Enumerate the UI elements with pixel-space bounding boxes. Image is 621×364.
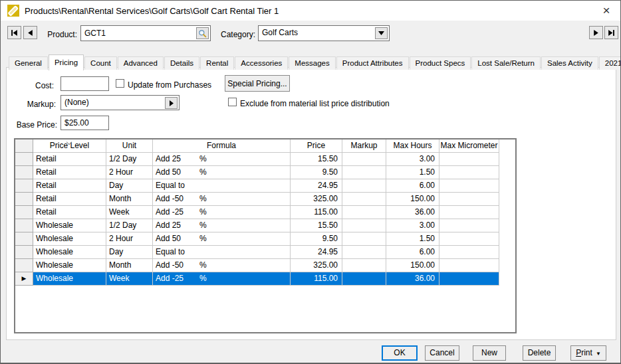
col-header-max-hours[interactable]: Max Hours bbox=[386, 139, 439, 153]
cell-max-hours[interactable]: 3.00 bbox=[386, 219, 439, 232]
cell-formula[interactable]: Equal to bbox=[153, 246, 291, 259]
tab-messages[interactable]: Messages bbox=[289, 56, 335, 70]
special-pricing-button[interactable]: Special Pricing... bbox=[225, 75, 290, 92]
cell-max-micrometer[interactable] bbox=[439, 193, 499, 206]
next-record-button[interactable] bbox=[589, 26, 603, 39]
tab-product-specs[interactable]: Product Specs bbox=[410, 56, 471, 70]
cell-price-level[interactable]: Wholesale bbox=[33, 246, 106, 259]
delete-button[interactable]: Delete bbox=[523, 345, 556, 361]
cell-price[interactable]: 15.50 bbox=[291, 153, 342, 166]
cell-markup[interactable] bbox=[342, 219, 386, 232]
table-row[interactable]: RetailWeekAdd -25%115.0036.00 bbox=[15, 206, 515, 219]
cell-unit[interactable]: Day bbox=[106, 246, 153, 259]
last-record-button[interactable] bbox=[604, 26, 618, 39]
cell-unit[interactable]: 2 Hour bbox=[106, 166, 153, 179]
cell-markup[interactable] bbox=[342, 166, 386, 179]
cell-price[interactable]: 9.50 bbox=[291, 232, 342, 246]
table-row[interactable]: RetailMonthAdd -50%325.00150.00 bbox=[15, 193, 515, 206]
row-selector[interactable] bbox=[15, 179, 33, 193]
cell-formula[interactable]: Add 50% bbox=[153, 166, 291, 179]
col-header-unit[interactable]: Unit bbox=[106, 139, 153, 153]
cell-price-level[interactable]: Wholesale bbox=[33, 219, 106, 232]
cancel-button[interactable]: Cancel bbox=[425, 345, 459, 361]
cell-unit[interactable]: 1/2 Day bbox=[106, 219, 153, 232]
cell-price[interactable]: 115.00 bbox=[291, 272, 342, 286]
cell-price[interactable]: 115.00 bbox=[291, 206, 342, 219]
table-row[interactable]: Wholesale1/2 DayAdd 25%15.503.00 bbox=[15, 219, 515, 232]
cell-price[interactable]: 325.00 bbox=[291, 259, 342, 272]
row-selector[interactable] bbox=[15, 259, 33, 272]
cell-price[interactable]: 325.00 bbox=[291, 193, 342, 206]
cell-max-micrometer[interactable] bbox=[439, 179, 499, 193]
cell-max-micrometer[interactable] bbox=[439, 166, 499, 179]
cell-unit[interactable]: Week bbox=[106, 272, 153, 286]
cell-max-micrometer[interactable] bbox=[439, 259, 499, 272]
cell-max-micrometer[interactable] bbox=[439, 153, 499, 166]
cell-max-hours[interactable]: 36.00 bbox=[386, 272, 439, 286]
cell-max-hours[interactable]: 36.00 bbox=[386, 206, 439, 219]
cell-max-hours[interactable]: 150.00 bbox=[386, 193, 439, 206]
cell-max-micrometer[interactable] bbox=[439, 272, 499, 286]
ok-button[interactable]: OK bbox=[382, 345, 418, 361]
cell-markup[interactable] bbox=[342, 206, 386, 219]
row-selector[interactable] bbox=[15, 193, 33, 206]
cell-unit[interactable]: 2 Hour bbox=[106, 232, 153, 246]
row-selector[interactable] bbox=[15, 206, 33, 219]
row-selector[interactable] bbox=[15, 232, 33, 246]
tab-2021[interactable]: 2021 bbox=[599, 56, 621, 70]
cell-formula[interactable]: Add -50% bbox=[153, 193, 291, 206]
cell-unit[interactable]: Month bbox=[106, 259, 153, 272]
tab-general[interactable]: General bbox=[9, 56, 48, 70]
cell-price[interactable]: 15.50 bbox=[291, 219, 342, 232]
first-record-button[interactable] bbox=[7, 26, 21, 39]
category-dropdown-button[interactable] bbox=[375, 27, 388, 39]
update-from-purchases-checkbox[interactable] bbox=[116, 79, 124, 88]
close-icon[interactable]: × bbox=[598, 2, 615, 19]
cell-max-micrometer[interactable] bbox=[439, 246, 499, 259]
new-button[interactable]: New bbox=[473, 345, 506, 361]
product-input[interactable] bbox=[80, 25, 211, 41]
cell-markup[interactable] bbox=[342, 246, 386, 259]
table-row[interactable]: RetailDayEqual to24.956.00 bbox=[15, 179, 515, 193]
tab-lost-sale-return[interactable]: Lost Sale/Return bbox=[471, 56, 541, 70]
cell-unit[interactable]: 1/2 Day bbox=[106, 153, 153, 166]
cell-price-level[interactable]: Retail bbox=[33, 193, 106, 206]
exclude-material-list-checkbox[interactable] bbox=[228, 98, 237, 106]
cell-unit[interactable]: Week bbox=[106, 206, 153, 219]
tab-product-attributes[interactable]: Product Attributes bbox=[336, 56, 409, 70]
tab-advanced[interactable]: Advanced bbox=[118, 56, 164, 70]
cell-unit[interactable]: Day bbox=[106, 179, 153, 193]
table-row[interactable]: Retail2 HourAdd 50%9.501.50 bbox=[15, 166, 515, 179]
cell-max-hours[interactable]: 3.00 bbox=[386, 153, 439, 166]
col-header-max-micrometer[interactable]: Max Micrometer bbox=[439, 139, 499, 153]
table-row[interactable]: WholesaleDayEqual to24.956.00 bbox=[15, 246, 515, 259]
col-header-formula[interactable]: Formula bbox=[153, 139, 291, 153]
cell-markup[interactable] bbox=[342, 193, 386, 206]
print-button[interactable]: Print▼ bbox=[570, 345, 606, 361]
row-selector[interactable]: ▶ bbox=[15, 272, 33, 286]
cell-markup[interactable] bbox=[342, 232, 386, 246]
cell-price[interactable]: 24.95 bbox=[291, 246, 342, 259]
cell-formula[interactable]: Add -50% bbox=[153, 259, 291, 272]
row-selector[interactable] bbox=[15, 153, 33, 166]
cell-max-micrometer[interactable] bbox=[439, 206, 499, 219]
cost-input[interactable] bbox=[61, 76, 109, 91]
cell-max-hours[interactable]: 1.50 bbox=[386, 166, 439, 179]
cell-markup[interactable] bbox=[342, 153, 386, 166]
cell-max-hours[interactable]: 6.00 bbox=[386, 179, 439, 193]
col-header-markup[interactable]: Markup bbox=[342, 139, 386, 153]
row-selector[interactable] bbox=[15, 246, 33, 259]
cell-formula[interactable]: Add -25% bbox=[153, 206, 291, 219]
tab-count[interactable]: Count bbox=[84, 56, 117, 70]
cell-price[interactable]: 9.50 bbox=[291, 166, 342, 179]
cell-price-level[interactable]: Retail bbox=[33, 206, 106, 219]
cell-price-level[interactable]: Retail bbox=[33, 153, 106, 166]
cell-max-hours[interactable]: 1.50 bbox=[386, 232, 439, 246]
cell-formula[interactable]: Add -25% bbox=[153, 272, 291, 286]
table-row[interactable]: Retail1/2 DayAdd 25%15.503.00 bbox=[15, 153, 515, 166]
cell-formula[interactable]: Add 25% bbox=[153, 219, 291, 232]
tab-details[interactable]: Details bbox=[164, 56, 199, 70]
cell-price-level[interactable]: Wholesale bbox=[33, 259, 106, 272]
markup-combobox[interactable]: (None) bbox=[61, 95, 180, 110]
cell-formula[interactable]: Add 25% bbox=[153, 153, 291, 166]
